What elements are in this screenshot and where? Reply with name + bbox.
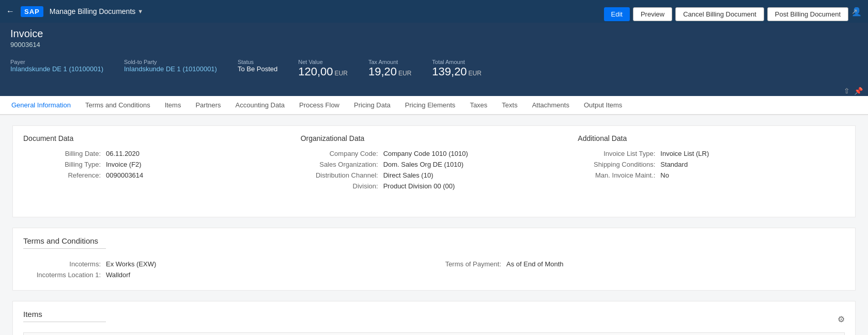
net-value-amount: 120,00: [298, 65, 333, 78]
additional-data-col: Additional Data Invoice List Type: Invoi…: [578, 134, 845, 193]
back-button[interactable]: ←: [6, 7, 14, 16]
billing-date-value: 06.11.2020: [106, 150, 140, 157]
sales-org-label: Sales Organization:: [301, 161, 383, 168]
pin-button[interactable]: 📌: [854, 87, 863, 95]
status-value: To Be Posted: [238, 65, 277, 73]
total-currency: EUR: [469, 70, 482, 77]
tab-pricing-elements[interactable]: Pricing Elements: [398, 96, 463, 115]
settings-icon[interactable]: ⚙: [838, 314, 845, 324]
billing-date-row: Billing Date: 06.11.2020: [23, 150, 290, 157]
post-billing-button[interactable]: Post Billing Document: [767, 7, 848, 21]
org-data-col: Organizational Data Company Code: Compan…: [301, 134, 568, 193]
cancel-billing-button[interactable]: Cancel Billing Document: [675, 7, 764, 21]
company-code-row: Company Code: Company Code 1010 (1010): [301, 150, 568, 157]
tab-terms-and-conditions[interactable]: Terms and Conditions: [78, 96, 158, 115]
tax-amount: 19,20: [368, 65, 397, 78]
items-header: Items ⚙: [23, 310, 845, 328]
man-invoice-label: Man. Invoice Maint.:: [578, 171, 660, 179]
header-section: Invoice 90003614 Edit Preview Cancel Bil…: [0, 23, 868, 86]
reference-row: Reference: 0090003614: [23, 171, 290, 179]
terms-section: Terms and Conditions Incoterms: Ex Works…: [12, 228, 856, 291]
payer-label: Payer: [10, 59, 103, 65]
sold-to-value[interactable]: Inlandskunde DE 1 (10100001): [124, 65, 217, 73]
document-type: Invoice: [10, 28, 43, 40]
col-tax-amount: Tax Amount: [692, 333, 829, 336]
top-data-section: Document Data Billing Date: 06.11.2020 B…: [12, 125, 856, 217]
incoterms-loc-label: Incoterms Location 1:: [23, 271, 106, 279]
sales-org-row: Sales Organization: Dom. Sales Org DE (1…: [301, 161, 568, 168]
incoterms-loc-row: Incoterms Location 1: Walldorf: [23, 271, 434, 279]
terms-left: Incoterms: Ex Works (EXW) Incoterms Loca…: [23, 260, 434, 282]
external-link-icon[interactable]: ↗: [851, 7, 858, 21]
tab-partners[interactable]: Partners: [188, 96, 228, 115]
document-data-title: Document Data: [23, 134, 290, 142]
net-value-field: Net Value 120,00EUR: [298, 59, 348, 78]
tab-texts[interactable]: Texts: [494, 96, 524, 115]
header-info: Payer Inlandskunde DE 1 (10100001) Sold-…: [10, 59, 858, 78]
division-value: Product Division 00 (00): [383, 182, 455, 190]
sap-logo: SAP: [21, 6, 43, 17]
items-section: Items ⚙ Item Product Billed Quantity Net…: [12, 301, 856, 335]
tab-pricing-data[interactable]: Pricing Data: [347, 96, 398, 115]
terms-fields: Incoterms: Ex Works (EXW) Incoterms Loca…: [23, 260, 845, 282]
data-columns: Document Data Billing Date: 06.11.2020 B…: [23, 134, 845, 193]
dist-channel-row: Distribution Channel: Direct Sales (10): [301, 171, 568, 179]
org-data-title: Organizational Data: [301, 134, 568, 142]
collapse-bar: ⇧ 📌: [0, 86, 868, 96]
tab-output-items[interactable]: Output Items: [577, 96, 629, 115]
incoterms-value: Ex Works (EXW): [106, 260, 156, 268]
items-section-title: Items: [23, 310, 106, 322]
total-amount-label: Total Amount: [432, 59, 482, 65]
sold-to-field: Sold-to Party Inlandskunde DE 1 (1010000…: [124, 59, 217, 73]
tab-taxes[interactable]: Taxes: [462, 96, 494, 115]
division-row: Division: Product Division 00 (00): [301, 182, 568, 190]
col-product: Product: [98, 333, 390, 336]
company-code-value: Company Code 1010 (1010): [383, 150, 468, 157]
tab-items[interactable]: Items: [158, 96, 189, 115]
incoterms-loc-value: Walldorf: [106, 271, 130, 279]
tab-process-flow[interactable]: Process Flow: [292, 96, 347, 115]
tax-amount-field: Tax Amount 19,20EUR: [368, 59, 411, 78]
invoice-list-type-row: Invoice List Type: Invoice List (LR): [578, 150, 845, 157]
preview-button[interactable]: Preview: [633, 7, 672, 21]
total-amount: 139,20: [432, 65, 467, 78]
shipping-conditions-value: Standard: [660, 161, 688, 168]
man-invoice-value: No: [660, 171, 669, 179]
document-number: 90003614: [10, 41, 43, 49]
incoterms-row: Incoterms: Ex Works (EXW): [23, 260, 434, 268]
col-nav: [829, 333, 845, 336]
billing-type-value: Invoice (F2): [106, 161, 142, 168]
terms-payment-row: Terms of Payment: As of End of Month: [434, 260, 845, 268]
division-label: Division:: [301, 182, 383, 190]
col-item: Item: [24, 333, 98, 336]
invoice-list-type-label: Invoice List Type:: [578, 150, 660, 157]
header-actions: Edit Preview Cancel Billing Document Pos…: [604, 7, 858, 21]
net-value-currency: EUR: [335, 70, 348, 77]
collapse-button[interactable]: ⇧: [844, 87, 850, 95]
dist-channel-label: Distribution Channel:: [301, 171, 383, 179]
terms-payment-label: Terms of Payment:: [434, 260, 506, 268]
tab-bar: General Information Terms and Conditions…: [0, 96, 868, 115]
reference-label: Reference:: [23, 171, 106, 179]
total-amount-field: Total Amount 139,20EUR: [432, 59, 482, 78]
incoterms-label: Incoterms:: [23, 260, 106, 268]
billing-type-label: Billing Type:: [23, 161, 106, 168]
edit-button[interactable]: Edit: [604, 7, 630, 21]
tab-attachments[interactable]: Attachments: [525, 96, 577, 115]
tab-general-information[interactable]: General Information: [4, 96, 78, 115]
man-invoice-row: Man. Invoice Maint.: No: [578, 171, 845, 179]
sales-org-value: Dom. Sales Org DE (1010): [383, 161, 463, 168]
status-field: Status To Be Posted: [238, 59, 277, 73]
terms-right: Terms of Payment: As of End of Month: [434, 260, 845, 282]
col-billed-qty: Billed Quantity: [390, 333, 551, 336]
terms-payment-value: As of End of Month: [506, 260, 564, 268]
reference-value: 0090003614: [106, 171, 143, 179]
tax-currency: EUR: [398, 70, 411, 77]
main-content: Document Data Billing Date: 06.11.2020 B…: [0, 115, 868, 335]
invoice-list-type-value: Invoice List (LR): [660, 150, 709, 157]
status-label: Status: [238, 59, 277, 65]
dist-channel-value: Direct Sales (10): [383, 171, 433, 179]
tab-accounting-data[interactable]: Accounting Data: [228, 96, 292, 115]
payer-value[interactable]: Inlandskunde DE 1 (10100001): [10, 65, 103, 73]
sold-to-label: Sold-to Party: [124, 59, 217, 65]
